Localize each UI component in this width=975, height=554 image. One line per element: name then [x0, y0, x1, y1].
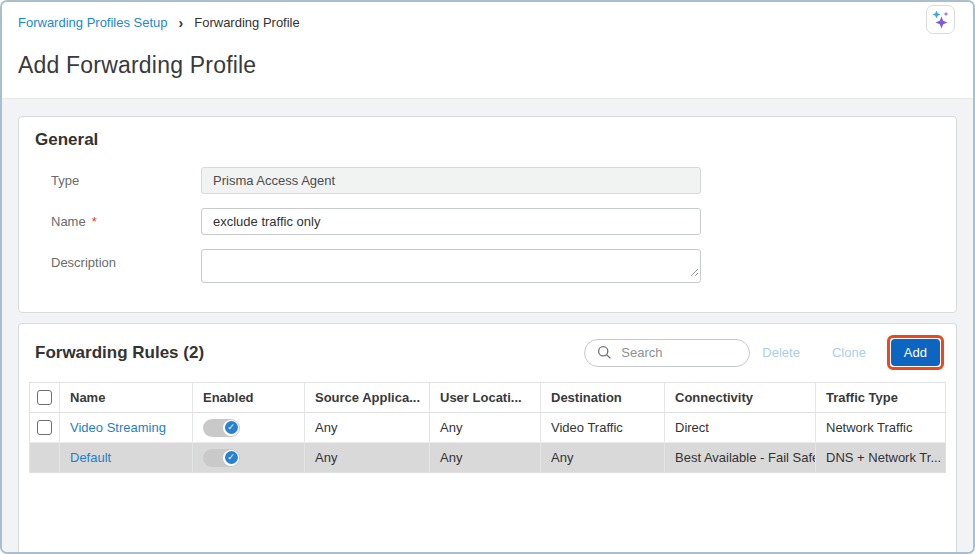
page-header: Forwarding Profiles Setup › Forwarding P… [2, 2, 973, 99]
rule-name-link[interactable]: Video Streaming [70, 420, 166, 435]
traffic-type-cell: Network Traffic [816, 413, 945, 442]
toggle-knob: ✓ [223, 420, 239, 436]
source-applications-cell: Any [305, 443, 430, 472]
app-window: Forwarding Profiles Setup › Forwarding P… [0, 0, 975, 554]
table-row-default[interactable]: Default ✓ Any Any Any Best Available - F… [30, 443, 945, 473]
enabled-toggle[interactable]: ✓ [203, 419, 240, 437]
description-field-row: Description [19, 249, 956, 283]
name-field-row: Name* [19, 208, 956, 235]
source-applications-cell: Any [305, 413, 430, 442]
annotation-highlight-box: Add [887, 335, 944, 370]
check-icon: ✓ [225, 451, 238, 464]
column-header-connectivity[interactable]: Connectivity [665, 383, 816, 412]
column-header-source-applications[interactable]: Source Applica... [305, 383, 430, 412]
column-header-name[interactable]: Name [60, 383, 193, 412]
column-header-traffic-type[interactable]: Traffic Type [816, 383, 945, 412]
column-header-user-locations[interactable]: User Locati... [430, 383, 541, 412]
type-field [201, 167, 701, 194]
table-row-video-streaming[interactable]: Video Streaming ✓ Any Any Video Traffic … [30, 413, 945, 443]
destination-cell: Video Traffic [541, 413, 665, 442]
ai-assistant-button[interactable] [926, 5, 955, 34]
description-field[interactable] [201, 249, 701, 283]
description-label: Description [51, 249, 201, 270]
type-label: Type [51, 167, 201, 188]
name-field[interactable] [201, 208, 701, 235]
name-label-text: Name [51, 214, 86, 229]
table-header-row: Name Enabled Source Applica... User Loca… [30, 383, 945, 413]
required-asterisk: * [92, 214, 97, 229]
add-button[interactable]: Add [891, 339, 940, 366]
type-field-row: Type [19, 167, 956, 194]
connectivity-cell: Direct [665, 413, 816, 442]
toggle-knob: ✓ [223, 450, 239, 466]
select-all-checkbox[interactable] [37, 390, 52, 405]
column-header-destination[interactable]: Destination [541, 383, 665, 412]
rule-name-link[interactable]: Default [70, 450, 111, 465]
forwarding-rules-heading: Forwarding Rules (2) [35, 343, 584, 363]
breadcrumb-link-forwarding-profiles-setup[interactable]: Forwarding Profiles Setup [18, 15, 168, 30]
page-title: Add Forwarding Profile [18, 52, 256, 79]
column-header-enabled[interactable]: Enabled [193, 383, 305, 412]
traffic-type-cell: DNS + Network Tr... [816, 443, 945, 472]
chevron-right-icon: › [179, 16, 184, 30]
search-icon [597, 345, 612, 360]
name-label: Name* [51, 208, 201, 229]
page-content: General Type Name* Description [2, 99, 973, 552]
search-box[interactable] [584, 339, 750, 367]
search-input[interactable] [621, 345, 731, 360]
delete-button[interactable]: Delete [750, 340, 812, 365]
breadcrumb-current: Forwarding Profile [194, 15, 300, 30]
connectivity-cell: Best Available - Fail Safe [665, 443, 816, 472]
user-locations-cell: Any [430, 443, 541, 472]
check-icon: ✓ [225, 421, 238, 434]
resize-handle-icon[interactable] [690, 263, 699, 281]
sparkles-icon [930, 9, 951, 30]
clone-button[interactable]: Clone [820, 340, 878, 365]
user-locations-cell: Any [430, 413, 541, 442]
destination-cell: Any [541, 443, 665, 472]
forwarding-rules-section: Forwarding Rules (2) Delete Clone Add [18, 323, 957, 552]
breadcrumb: Forwarding Profiles Setup › Forwarding P… [18, 15, 300, 30]
general-section: General Type Name* Description [18, 116, 957, 313]
enabled-toggle[interactable]: ✓ [203, 449, 240, 467]
forwarding-rules-toolbar: Forwarding Rules (2) Delete Clone Add [19, 324, 956, 379]
row-checkbox[interactable] [37, 420, 52, 435]
forwarding-rules-table: Name Enabled Source Applica... User Loca… [29, 382, 946, 473]
general-heading: General [35, 130, 956, 150]
